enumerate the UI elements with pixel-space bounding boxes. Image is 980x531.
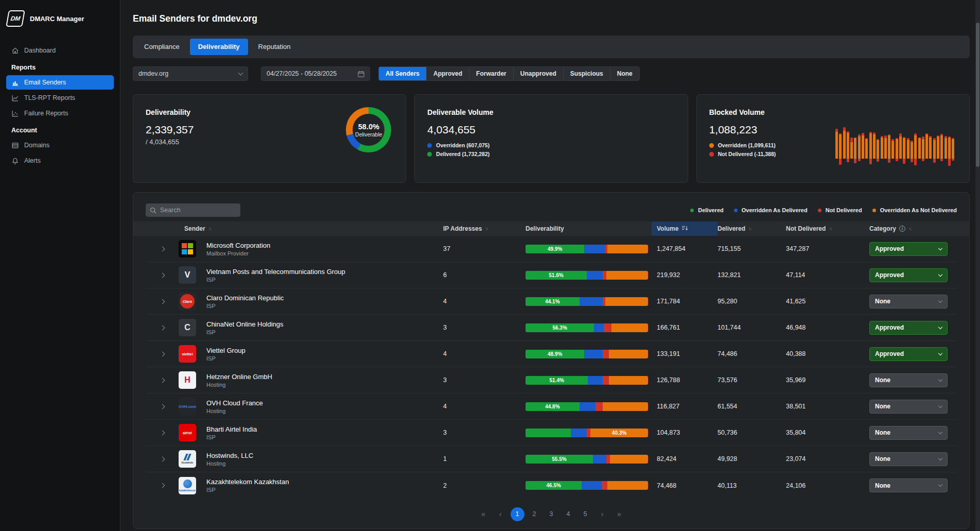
table-legend-label: Overridden As Not Delivered: [880, 207, 957, 213]
column-header-volume[interactable]: Volume: [652, 221, 717, 236]
chevron-right-icon: [160, 351, 165, 356]
category-select[interactable]: Approved: [869, 242, 948, 256]
filter-approved[interactable]: Approved: [427, 67, 469, 80]
row-expand-button[interactable]: [146, 379, 179, 382]
sidebar-item-email-senders[interactable]: Email Senders: [6, 75, 114, 90]
table-body: Microsoft CorporationMailbox Provider374…: [146, 236, 957, 499]
row-expand-button[interactable]: [146, 484, 179, 487]
category-select[interactable]: None: [869, 400, 948, 414]
category-select[interactable]: None: [869, 452, 948, 466]
scrollbar[interactable]: [975, 0, 980, 531]
search-input[interactable]: [160, 207, 232, 214]
deliverability-stacked-bar: 51.6%: [526, 271, 648, 280]
chevron-right-icon: [160, 430, 165, 435]
column-header-delivered[interactable]: Delivered↑↓: [717, 221, 786, 236]
scrollbar-thumb[interactable]: [976, 23, 979, 167]
tab-reputation[interactable]: Reputation: [250, 39, 299, 55]
row-expand-button[interactable]: [146, 352, 179, 356]
row-expand-button[interactable]: [146, 326, 179, 330]
chevron-down-icon: [938, 430, 942, 434]
date-range-picker[interactable]: 04/27/2025 - 05/28/2025: [261, 66, 370, 81]
category-select[interactable]: None: [869, 373, 948, 387]
filter-unapproved[interactable]: Unapproved: [514, 67, 564, 80]
previous-page-button[interactable]: ‹: [494, 507, 507, 521]
sort-icon: ↑↓: [829, 226, 831, 231]
page-button-4[interactable]: 4: [562, 507, 575, 521]
first-page-button[interactable]: «: [477, 507, 491, 521]
delivered-value: 74,486: [717, 350, 786, 357]
deliverability-bar-cell: 51.6%: [526, 271, 657, 280]
deliverability-percent-label: 51.6%: [549, 272, 563, 278]
sender-type: Hosting: [206, 408, 443, 414]
tab-deliverability[interactable]: Deliverability: [190, 39, 248, 55]
category-select[interactable]: Approved: [869, 268, 948, 282]
not-delivered-value: 40,388: [786, 350, 869, 357]
chevron-down-icon: [938, 246, 942, 250]
bar-segment-orange: [610, 455, 648, 464]
sidebar-item-domains[interactable]: Domains: [6, 138, 114, 152]
diverging-bar: [899, 111, 902, 177]
row-expand-button[interactable]: [146, 457, 179, 461]
diverging-bar: [835, 111, 838, 177]
category-select[interactable]: Approved: [869, 347, 948, 361]
category-select[interactable]: None: [869, 478, 948, 492]
category-select[interactable]: Approved: [869, 321, 948, 335]
last-page-button[interactable]: »: [612, 507, 626, 521]
row-expand-button[interactable]: [146, 273, 179, 277]
filter-all-senders[interactable]: All Senders: [379, 67, 427, 80]
bar-segment-green: 48.9%: [526, 350, 584, 358]
bar-segment-red: [603, 376, 609, 385]
filter-forwarder[interactable]: Forwarder: [469, 67, 514, 80]
page-button-3[interactable]: 3: [545, 507, 558, 521]
logo-text: viettel: [182, 352, 193, 356]
info-icon[interactable]: i: [899, 226, 905, 232]
sidebar-item-failure-reports[interactable]: Failure Reports: [6, 106, 114, 121]
deliverability-percent-label: 49.9%: [548, 246, 562, 252]
sender-name: Vietnam Posts and Telecommunications Gro…: [206, 268, 443, 276]
row-expand-button[interactable]: [146, 300, 179, 303]
chevron-right-icon: [160, 378, 165, 383]
delivered-value: 715,155: [717, 245, 786, 252]
sidebar-item-dashboard[interactable]: Dashboard: [6, 43, 114, 58]
page-button-2[interactable]: 2: [528, 507, 541, 521]
filter-suspicious[interactable]: Suspicious: [564, 67, 610, 80]
sender-type: ISP: [206, 355, 443, 362]
diverging-bar: [925, 111, 928, 177]
page-button-5[interactable]: 5: [579, 507, 592, 521]
category-select[interactable]: None: [869, 295, 948, 309]
tab-compliance[interactable]: Compliance: [136, 39, 188, 55]
row-expand-button[interactable]: [146, 247, 179, 251]
logo-stripes-icon: [183, 454, 191, 460]
column-header-category[interactable]: Categoryi↑↓: [869, 221, 958, 236]
sidebar-item-tls-rpt-reports[interactable]: TLS-RPT Reports: [6, 91, 114, 105]
table-toolbar: DeliveredOverridden As DeliveredNot Deli…: [146, 199, 957, 221]
ip-addresses-value: 3: [443, 429, 526, 436]
sender-name: OVH Cloud France: [206, 399, 443, 407]
bar-segment-red: [603, 271, 606, 280]
category-cell: Approved: [869, 347, 958, 361]
ip-addresses-value: 3: [443, 376, 526, 384]
search-box[interactable]: [146, 203, 240, 217]
row-expand-button[interactable]: [146, 405, 179, 408]
volume-value: 219,932: [657, 271, 717, 279]
category-select[interactable]: None: [869, 426, 948, 440]
column-header-deliverability[interactable]: Deliverability: [526, 221, 657, 236]
next-page-button[interactable]: ›: [596, 507, 609, 521]
filter-none[interactable]: None: [610, 67, 639, 80]
row-expand-button[interactable]: [146, 431, 179, 435]
diverging-bar: [914, 111, 917, 177]
domain-select[interactable]: dmdev.org: [133, 66, 248, 81]
sender-name: Viettel Group: [206, 347, 443, 354]
deliverability-percent-label: 40.3%: [612, 430, 626, 436]
deliverability-stacked-bar: 56.3%: [526, 323, 648, 332]
sort-icon: ↑↓: [485, 226, 487, 231]
logo-letter: H: [184, 375, 190, 385]
column-header-sender[interactable]: Sender↑↓: [179, 221, 443, 236]
bar-segment-red: [604, 323, 611, 332]
ip-addresses-value: 3: [443, 324, 526, 331]
chevron-down-icon: [938, 324, 942, 329]
sidebar-item-alerts[interactable]: Alerts: [6, 153, 114, 168]
column-header-not-delivered[interactable]: Not Delivered↑↓: [786, 221, 869, 236]
column-header-ip-addresses[interactable]: IP Addresses↑↓: [443, 221, 526, 236]
page-button-1[interactable]: 1: [511, 507, 524, 521]
